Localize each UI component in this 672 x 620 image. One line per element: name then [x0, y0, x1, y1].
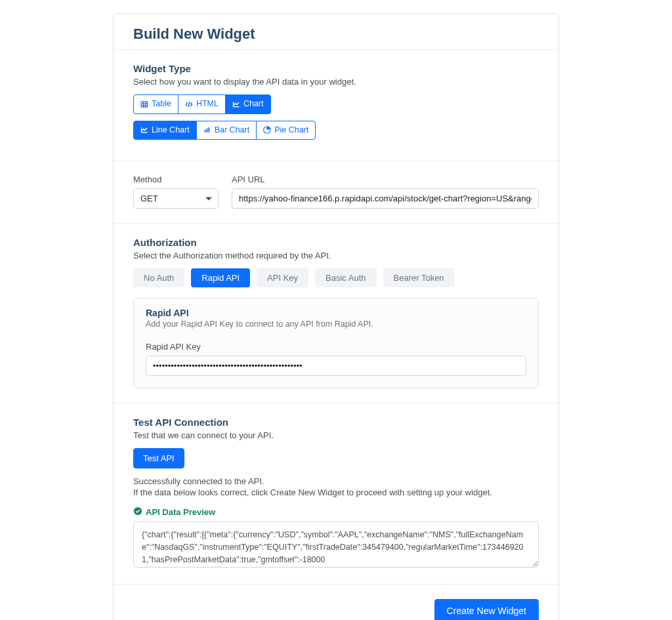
widget-type-table[interactable]: Table [133, 94, 178, 114]
widget-type-chart-label: Chart [243, 98, 264, 110]
api-preview-box[interactable] [133, 522, 539, 568]
chart-type-toggle: Line Chart Bar Chart Pie Chart [133, 121, 316, 140]
rapid-api-key-input[interactable] [146, 356, 526, 376]
bar-chart-icon [203, 126, 211, 134]
section-authorization: Authorization Select the Authorization m… [114, 223, 558, 403]
widget-type-chart[interactable]: Chart [225, 94, 271, 114]
svg-line-5 [188, 102, 190, 107]
code-icon [185, 100, 193, 108]
line-chart-icon [140, 126, 148, 134]
auth-title: Authorization [133, 237, 539, 248]
auth-tab-noauth[interactable]: No Auth [133, 268, 184, 287]
auth-tab-basic[interactable]: Basic Auth [315, 268, 376, 287]
page-title: Build New Widget [133, 26, 539, 43]
auth-tab-rapidapi[interactable]: Rapid API [191, 268, 250, 287]
test-status-text: Successfully connected to the API. [133, 476, 539, 486]
section-widget-type: Widget Type Select how you want to displ… [114, 49, 558, 161]
widget-type-toggle: Table HTML Chart [133, 94, 271, 114]
auth-panel: Rapid API Add your Rapid API Key to conn… [133, 298, 539, 388]
line-chart-icon [232, 100, 240, 108]
auth-desc: Select the Authorization method required… [133, 251, 539, 260]
check-circle-icon [133, 506, 142, 518]
card-header: Build New Widget [114, 14, 558, 49]
method-select[interactable]: GET [133, 188, 219, 209]
widget-type-title: Widget Type [133, 63, 539, 74]
test-instruct-text: If the data below looks correct, click C… [133, 487, 539, 497]
section-test-api: Test API Connection Test that we can con… [114, 403, 558, 584]
chart-type-bar[interactable]: Bar Chart [196, 121, 257, 140]
widget-type-html[interactable]: HTML [178, 94, 226, 114]
method-label: Method [133, 175, 219, 184]
chart-type-bar-label: Bar Chart [215, 125, 250, 136]
widget-type-table-label: Table [152, 98, 171, 110]
chart-type-line[interactable]: Line Chart [133, 121, 197, 140]
section-api-request: Method GET API URL [114, 161, 558, 223]
svg-rect-6 [204, 130, 205, 133]
svg-rect-8 [208, 128, 209, 133]
test-title: Test API Connection [133, 417, 539, 428]
widget-type-desc: Select how you want to display the API d… [133, 77, 539, 87]
table-icon [140, 100, 148, 108]
api-url-label: API URL [232, 175, 539, 184]
card-footer: Create New Widget [114, 584, 558, 620]
api-url-input[interactable] [232, 188, 539, 209]
auth-panel-desc: Add your Rapid API Key to connect to any… [146, 320, 526, 329]
chart-type-line-label: Line Chart [152, 125, 190, 136]
test-desc: Test that we can connect to your API. [133, 430, 539, 440]
widget-builder-card: Build New Widget Widget Type Select how … [113, 13, 559, 620]
preview-label: API Data Preview [133, 506, 539, 518]
chart-type-pie[interactable]: Pie Chart [256, 121, 316, 140]
widget-type-html-label: HTML [196, 98, 219, 110]
pie-chart-icon [263, 126, 271, 134]
chart-type-pie-label: Pie Chart [274, 125, 308, 136]
auth-panel-title: Rapid API [146, 308, 526, 318]
svg-rect-0 [141, 102, 148, 107]
test-api-button[interactable]: Test API [133, 448, 184, 468]
auth-tab-apikey[interactable]: API Key [257, 268, 308, 287]
preview-label-text: API Data Preview [146, 507, 215, 517]
rapid-api-key-label: Rapid API Key [146, 342, 526, 352]
auth-tabs: No Auth Rapid API API Key Basic Auth Bea… [133, 268, 539, 287]
svg-rect-7 [206, 129, 207, 133]
svg-point-9 [134, 507, 142, 515]
create-widget-button[interactable]: Create New Widget [434, 599, 539, 620]
auth-tab-bearer[interactable]: Bearer Token [383, 268, 455, 287]
